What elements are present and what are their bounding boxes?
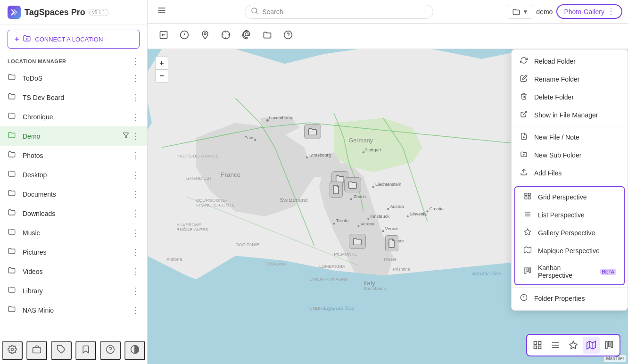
crosshair-button[interactable] bbox=[217, 27, 234, 45]
folder-selector-button[interactable]: ▼ bbox=[508, 5, 532, 19]
location-more-icon[interactable]: ⋮ bbox=[131, 73, 140, 83]
sidebar-item-demo[interactable]: Demo ⋮ bbox=[0, 126, 147, 146]
connect-location-button[interactable]: + CONNECT A LOCATION bbox=[8, 30, 140, 49]
sidebar-item-videos[interactable]: Videos⋮ bbox=[0, 262, 147, 281]
back-button[interactable] bbox=[155, 27, 172, 45]
sidebar-item-pictures[interactable]: Pictures⋮ bbox=[0, 242, 147, 262]
sidebar-item-chronique[interactable]: Chronique⋮ bbox=[0, 107, 147, 126]
menu-item-show-file-manager[interactable]: Show in File Manager bbox=[512, 106, 628, 124]
menu-item-folder-properties[interactable]: Folder Properties bbox=[512, 290, 628, 307]
svg-text:Venice: Venice bbox=[385, 226, 398, 231]
menu-item-mapique-perspective[interactable]: Mapique Perspective bbox=[515, 242, 624, 260]
location-more-icon[interactable]: ⋮ bbox=[131, 170, 140, 180]
version-badge: v5.1.1 bbox=[89, 9, 108, 16]
menu-item-grid-perspective[interactable]: Grid Perspective bbox=[515, 188, 624, 206]
list-perspective-bar-button[interactable] bbox=[547, 337, 564, 354]
app-logo bbox=[8, 6, 21, 19]
map-marker-folder-1[interactable] bbox=[303, 122, 322, 141]
active-tab-label: Photo-Gallery bbox=[564, 8, 604, 16]
menu-item-new-sub-folder[interactable]: New Sub Folder bbox=[512, 146, 628, 164]
sidebar-item-library[interactable]: Library⋮ bbox=[0, 281, 147, 300]
sidebar-item-music[interactable]: Music⋮ bbox=[0, 223, 147, 242]
map-marker-folder-4[interactable] bbox=[348, 232, 367, 251]
search-input[interactable] bbox=[262, 8, 427, 16]
location-folder-icon bbox=[8, 208, 17, 219]
location-folder-icon bbox=[8, 189, 17, 199]
location-more-icon[interactable]: ⋮ bbox=[131, 189, 140, 199]
location-name-label: Videos bbox=[23, 268, 131, 275]
svg-point-50 bbox=[387, 208, 389, 210]
tag-button[interactable] bbox=[51, 341, 72, 360]
svg-text:Austria: Austria bbox=[390, 204, 404, 209]
sidebar-item-todos[interactable]: ToDoS⋮ bbox=[0, 68, 147, 88]
filter-icon[interactable] bbox=[123, 132, 129, 140]
location-more-icon[interactable]: ⋮ bbox=[131, 286, 140, 296]
zoom-out-button[interactable]: − bbox=[156, 70, 168, 82]
briefcase-button[interactable] bbox=[26, 341, 47, 360]
menu-item-kanban-perspective[interactable]: Kanban Perspective BETA bbox=[515, 260, 624, 283]
menu-divider-2 bbox=[512, 184, 628, 184]
location-more-icon[interactable]: ⋮ bbox=[131, 266, 140, 277]
location-more-icon[interactable]: ⋮ bbox=[131, 208, 140, 219]
menu-item-reload-folder[interactable]: Reload Folder bbox=[512, 52, 628, 70]
map-marker-folder-3[interactable] bbox=[343, 175, 362, 194]
svg-point-12 bbox=[252, 8, 257, 13]
location-more-icon[interactable]: ⋮ bbox=[131, 247, 140, 257]
location-folder-icon bbox=[8, 266, 17, 277]
menu-item-rename-folder-label: Rename Folder bbox=[534, 75, 580, 83]
map-toolbar bbox=[148, 24, 628, 49]
map-marker-file-1[interactable] bbox=[327, 180, 346, 199]
sidebar-bottom-toolbar bbox=[0, 337, 147, 364]
contrast-button[interactable] bbox=[124, 341, 145, 360]
menu-item-gallery-perspective-label: Gallery Perspective bbox=[538, 229, 595, 237]
map-marker-file-2[interactable] bbox=[382, 234, 401, 253]
grid-perspective-bar-button[interactable] bbox=[529, 337, 546, 354]
location-more-icon[interactable]: ⋮ bbox=[131, 112, 140, 122]
menu-item-list-perspective[interactable]: List Perspective bbox=[515, 206, 624, 224]
hamburger-menu-button[interactable] bbox=[153, 3, 170, 20]
svg-text:PIEMONTE: PIEMONTE bbox=[334, 251, 357, 256]
location-folder-icon bbox=[8, 227, 17, 238]
location-more-icon[interactable]: ⋮ bbox=[131, 131, 140, 141]
svg-rect-82 bbox=[534, 346, 537, 349]
palette-button[interactable] bbox=[238, 27, 255, 45]
menu-item-folder-properties-label: Folder Properties bbox=[534, 295, 585, 302]
sidebar-item-nas-minio[interactable]: NAS Minio⋮ bbox=[0, 300, 147, 320]
location-more-icon[interactable]: ⋮ bbox=[131, 92, 140, 103]
menu-item-new-file-note[interactable]: New File / Note bbox=[512, 128, 628, 146]
map-perspective-bar-button[interactable] bbox=[583, 337, 600, 354]
map-area[interactable]: Ligurian Sea Adriatic Sea France Italy G… bbox=[148, 49, 628, 364]
svg-text:GRAND EST: GRAND EST bbox=[186, 175, 212, 181]
location-name-label: Photos bbox=[23, 152, 131, 159]
svg-point-52 bbox=[333, 223, 335, 224]
sidebar-item-documents[interactable]: Documents⋮ bbox=[0, 184, 147, 204]
menu-item-gallery-perspective[interactable]: Gallery Perspective bbox=[515, 224, 624, 242]
show-file-manager-icon bbox=[519, 110, 529, 120]
menu-item-add-files[interactable]: Add Files bbox=[512, 164, 628, 182]
location-more-icon[interactable]: ⋮ bbox=[131, 305, 140, 315]
info-button[interactable] bbox=[176, 27, 193, 45]
sidebar-item-downloads[interactable]: Downloads⋮ bbox=[0, 204, 147, 223]
location-more-icon[interactable]: ⋮ bbox=[131, 150, 140, 161]
help-toolbar-button[interactable] bbox=[280, 27, 297, 45]
help-button[interactable] bbox=[100, 341, 121, 360]
sidebar-item-photos[interactable]: Photos⋮ bbox=[0, 146, 147, 165]
active-tab-button[interactable]: Photo-Gallery ⋮ bbox=[556, 4, 622, 19]
kanban-perspective-bar-button[interactable] bbox=[601, 337, 618, 354]
location-folder-icon bbox=[8, 150, 17, 161]
location-manager-more-icon[interactable]: ⋮ bbox=[131, 56, 140, 66]
settings-button[interactable] bbox=[2, 341, 23, 360]
menu-item-add-files-label: Add Files bbox=[534, 169, 562, 177]
location-more-icon[interactable]: ⋮ bbox=[131, 228, 140, 238]
zoom-in-button[interactable]: + bbox=[156, 57, 168, 69]
sidebar-item-ts-dev-board[interactable]: TS Dev Board⋮ bbox=[0, 88, 147, 107]
sidebar-item-desktop[interactable]: Desktop⋮ bbox=[0, 165, 147, 184]
gallery-perspective-bar-button[interactable] bbox=[565, 337, 582, 354]
menu-item-rename-folder[interactable]: Rename Folder bbox=[512, 70, 628, 88]
location-folder-icon bbox=[8, 305, 17, 315]
menu-item-delete-folder[interactable]: Delete Folder bbox=[512, 88, 628, 106]
location-pin-button[interactable] bbox=[197, 27, 214, 45]
svg-point-19 bbox=[204, 33, 206, 34]
folder-button[interactable] bbox=[259, 27, 276, 45]
bookmark-button[interactable] bbox=[75, 341, 96, 360]
